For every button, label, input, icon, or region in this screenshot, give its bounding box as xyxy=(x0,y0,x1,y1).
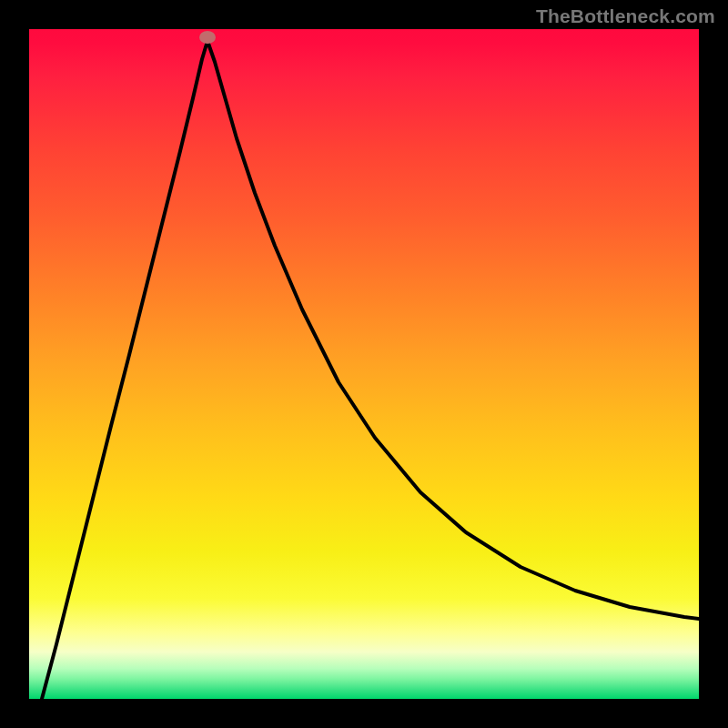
attribution-text: TheBottleneck.com xyxy=(536,5,715,27)
minimum-marker-dot xyxy=(199,31,216,44)
outer-frame: TheBottleneck.com xyxy=(0,0,728,728)
bottleneck-curve xyxy=(29,29,699,699)
